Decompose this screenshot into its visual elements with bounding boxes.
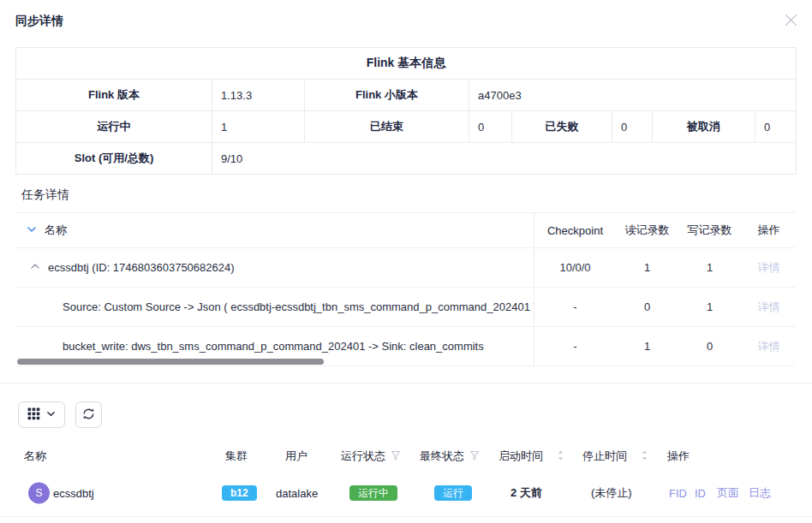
job-row: S ecssdbtj b12 datalake 运行中 运行 2 天前 (未停止… bbox=[0, 469, 812, 517]
task-name: ecssdbtj (ID: 1746803603750682624) bbox=[48, 261, 235, 274]
task-section-title: 任务详情 bbox=[21, 187, 69, 203]
cluster-badge: b12 bbox=[222, 485, 257, 501]
running-label: 运行中 bbox=[16, 111, 212, 143]
jobs-col-stop-time[interactable]: 停止时间 bbox=[582, 449, 648, 464]
flink-info-table: Flink 基本信息 Flink 版本 1.13.3 Flink 小版本 a47… bbox=[15, 47, 797, 175]
log-link[interactable]: 日志 bbox=[749, 485, 771, 501]
task-name: Source: Custom Source -> Json ( ecssdbtj… bbox=[63, 300, 534, 313]
flink-version-value: 1.13.3 bbox=[212, 80, 305, 111]
task-row: ecssdbtj (ID: 1746803603750682624) 10/0/… bbox=[15, 248, 796, 288]
cancelled-value: 0 bbox=[755, 111, 797, 143]
refresh-button[interactable] bbox=[75, 401, 102, 428]
grid-icon bbox=[27, 407, 40, 423]
run-status-badge: 运行中 bbox=[349, 485, 397, 501]
filter-icon bbox=[469, 450, 480, 463]
job-user: datalake bbox=[276, 486, 318, 499]
id-link[interactable]: ID bbox=[695, 486, 706, 499]
avatar: S bbox=[28, 482, 50, 503]
jobs-col-user: 用户 bbox=[285, 449, 307, 464]
jobs-col-stop-time-label: 停止时间 bbox=[582, 449, 627, 464]
task-write-count: 1 bbox=[678, 300, 741, 313]
task-row: Source: Custom Source -> Json ( ecssdbtj… bbox=[15, 288, 796, 327]
fid-link[interactable]: FID bbox=[669, 486, 687, 499]
jobs-col-actions: 操作 bbox=[667, 449, 690, 464]
sorter-icon bbox=[557, 449, 564, 464]
task-detail-link[interactable]: 详情 bbox=[758, 261, 780, 274]
task-col-write: 写记录数 bbox=[678, 223, 741, 238]
close-icon bbox=[785, 14, 797, 29]
column-settings-button[interactable] bbox=[18, 401, 65, 428]
run-status-badge-label: 运行中 bbox=[349, 485, 397, 501]
task-table: 名称 Checkpoint 读记录数 写记录数 操作 ecssdbtj (ID:… bbox=[15, 212, 796, 366]
stop-time-sorter-button[interactable] bbox=[641, 449, 648, 464]
section-divider bbox=[0, 383, 812, 383]
chevron-up-icon bbox=[30, 261, 40, 274]
jobs-col-final-status-label: 最终状态 bbox=[420, 449, 464, 464]
sync-detail-modal: 同步详情 Flink 基本信息 Flink 版本 1.13.3 Flink 小版… bbox=[0, 0, 812, 523]
jobs-col-run-status-label: 运行状态 bbox=[341, 449, 385, 464]
collapse-row-button[interactable] bbox=[29, 262, 41, 274]
cancelled-label: 被取消 bbox=[653, 111, 755, 143]
jobs-col-final-status: 最终状态 bbox=[420, 449, 480, 464]
task-col-read: 读记录数 bbox=[616, 223, 678, 238]
task-write-count: 1 bbox=[678, 261, 741, 274]
task-write-count: 0 bbox=[678, 340, 741, 353]
task-col-name: 名称 bbox=[45, 223, 67, 238]
flink-info-title: Flink 基本信息 bbox=[16, 48, 797, 80]
avatar-letter: S bbox=[35, 487, 42, 499]
page-title: 同步详情 bbox=[15, 14, 63, 29]
slot-label: Slot (可用/总数) bbox=[16, 143, 212, 175]
finished-value: 0 bbox=[469, 111, 512, 143]
flink-minor-version-value: a4700e3 bbox=[469, 80, 797, 111]
task-detail-link[interactable]: 详情 bbox=[758, 300, 780, 313]
task-detail-link[interactable]: 详情 bbox=[758, 340, 780, 353]
finished-label: 已结束 bbox=[305, 111, 469, 143]
jobs-col-name: 名称 bbox=[24, 449, 46, 464]
failed-value: 0 bbox=[612, 111, 653, 143]
task-col-checkpoint: Checkpoint bbox=[534, 224, 616, 237]
task-checkpoint: - bbox=[534, 340, 616, 353]
flink-version-label: Flink 版本 bbox=[16, 80, 212, 111]
task-checkpoint: 10/0/0 bbox=[534, 261, 616, 274]
slot-value: 9/10 bbox=[212, 143, 797, 175]
running-value: 1 bbox=[212, 111, 305, 143]
page-link[interactable]: 页面 bbox=[717, 485, 739, 501]
run-status-filter-button[interactable] bbox=[391, 450, 401, 463]
task-checkpoint: - bbox=[534, 300, 616, 313]
job-stop-time: (未停止) bbox=[591, 485, 632, 501]
failed-label: 已失败 bbox=[512, 111, 612, 143]
filter-icon bbox=[391, 450, 401, 463]
horizontal-scrollbar[interactable] bbox=[17, 359, 324, 365]
task-read-count: 1 bbox=[616, 340, 678, 353]
job-start-time: 2 天前 bbox=[510, 485, 542, 501]
task-read-count: 1 bbox=[616, 261, 678, 274]
chevron-down-icon bbox=[27, 224, 37, 237]
task-read-count: 0 bbox=[616, 300, 678, 313]
jobs-col-start-time[interactable]: 启动时间 bbox=[499, 449, 564, 464]
task-col-action: 操作 bbox=[741, 223, 797, 238]
expand-all-button[interactable] bbox=[26, 224, 38, 236]
final-status-filter-button[interactable] bbox=[469, 450, 480, 463]
jobs-col-run-status: 运行状态 bbox=[341, 449, 401, 464]
task-name: bucket_write: dws_tbn_sms_command_p_comm… bbox=[63, 340, 484, 353]
chevron-down-icon bbox=[46, 408, 56, 421]
refresh-icon bbox=[82, 407, 95, 423]
cluster-badge-label: b12 bbox=[222, 485, 257, 501]
final-status-badge-label: 运行 bbox=[434, 485, 472, 501]
flink-minor-version-label: Flink 小版本 bbox=[305, 80, 469, 111]
sorter-icon bbox=[641, 449, 648, 464]
close-button[interactable] bbox=[781, 12, 800, 31]
final-status-badge: 运行 bbox=[434, 485, 472, 501]
jobs-col-cluster: 集群 bbox=[225, 449, 248, 464]
task-table-header: 名称 Checkpoint 读记录数 写记录数 操作 bbox=[15, 212, 796, 248]
jobs-table-header: 名称 集群 用户 运行状态 最终状态 启动时间 bbox=[0, 443, 812, 469]
jobs-col-start-time-label: 启动时间 bbox=[499, 449, 543, 464]
start-time-sorter-button[interactable] bbox=[557, 449, 564, 464]
job-name: ecssdbtj bbox=[53, 486, 94, 499]
